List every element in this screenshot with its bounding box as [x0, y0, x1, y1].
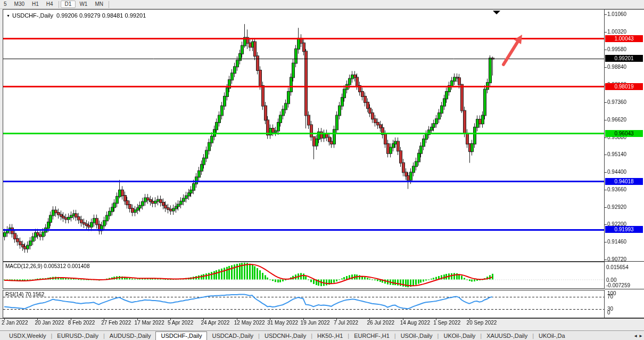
chart-canvas[interactable]	[0, 0, 644, 340]
trading-terminal-window: 5M30H1H4D1W1MN ▼USDCHF-,Daily 0.99206 0.…	[0, 0, 644, 340]
